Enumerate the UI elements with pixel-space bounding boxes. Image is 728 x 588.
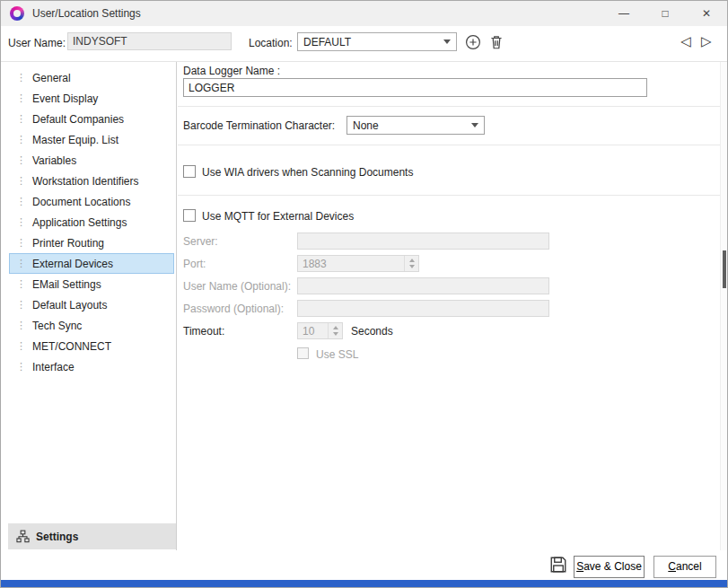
toolbar: User Name: Location: DEFAULT ◁ ▷	[1, 26, 727, 61]
settings-sidebar: ⋮General ⋮Event Display ⋮Default Compani…	[8, 62, 177, 550]
barcode-termination-label: Barcode Termination Character:	[183, 119, 335, 132]
timeout-spinner[interactable]: 10	[297, 322, 343, 339]
password-optional-label: Password (Optional):	[183, 303, 284, 315]
window-accent-strip	[1, 580, 727, 587]
spinner-arrows[interactable]	[404, 256, 418, 271]
data-logger-name-input[interactable]	[183, 78, 647, 97]
item-grip-icon: ⋮	[16, 113, 28, 125]
server-input[interactable]	[297, 233, 549, 250]
item-grip-icon: ⋮	[16, 175, 28, 187]
add-location-icon[interactable]	[465, 34, 481, 50]
item-grip-icon: ⋮	[16, 154, 28, 166]
item-grip-icon: ⋮	[16, 299, 28, 311]
previous-record-icon[interactable]: ◁	[680, 33, 691, 49]
cancel-button[interactable]: Cancel	[653, 556, 716, 578]
use-ssl-label: Use SSL	[316, 348, 358, 361]
port-spinner[interactable]: 1883	[297, 255, 419, 272]
spinner-arrows[interactable]	[328, 323, 342, 338]
barcode-termination-value: None	[353, 119, 379, 132]
minimize-button[interactable]: —	[603, 1, 645, 26]
item-grip-icon: ⋮	[16, 72, 28, 83]
data-logger-name-label: Data Logger Name :	[183, 65, 280, 77]
sidebar-item-interface[interactable]: ⋮Interface	[8, 356, 175, 377]
password-optional-input[interactable]	[297, 300, 549, 317]
window-title: User/Location Settings	[32, 7, 141, 20]
server-label: Server:	[183, 235, 218, 248]
wia-drivers-label: Use WIA drivers when Scanning Documents	[202, 166, 413, 179]
timeout-value: 10	[298, 323, 328, 338]
maximize-button[interactable]: □	[645, 1, 686, 26]
sidebar-footer-settings[interactable]: Settings	[8, 523, 176, 549]
item-grip-icon: ⋮	[16, 320, 28, 331]
footer-bar: Save & Close Cancel	[1, 550, 727, 581]
scrollbar[interactable]	[720, 62, 727, 550]
item-grip-icon: ⋮	[16, 237, 28, 249]
item-grip-icon: ⋮	[16, 134, 28, 145]
username-optional-label: User Name (Optional):	[183, 280, 291, 293]
username-optional-input[interactable]	[297, 277, 549, 294]
sidebar-item-master-equip-list[interactable]: ⋮Master Equip. List	[8, 129, 175, 150]
mqtt-label: Use MQTT for External Devices	[202, 210, 354, 223]
sidebar-item-application-settings[interactable]: ⋮Application Settings	[8, 212, 175, 233]
user-location-settings-window: User/Location Settings — □ ✕ User Name: …	[0, 0, 728, 588]
scrollbar-thumb[interactable]	[723, 250, 726, 288]
timeout-seconds-label: Seconds	[351, 325, 393, 338]
item-grip-icon: ⋮	[16, 216, 28, 228]
chevron-down-icon	[443, 39, 451, 44]
delete-location-icon[interactable]	[488, 34, 504, 50]
use-ssl-checkbox[interactable]	[297, 347, 309, 359]
sidebar-item-default-layouts[interactable]: ⋮Default Layouts	[8, 294, 175, 315]
app-logo-icon	[10, 6, 24, 21]
timeout-label: Timeout:	[183, 325, 224, 338]
sidebar-item-default-companies[interactable]: ⋮Default Companies	[8, 109, 175, 129]
sidebar-item-event-display[interactable]: ⋮Event Display	[8, 88, 175, 109]
sidebar-item-general[interactable]: ⋮General	[8, 67, 175, 88]
sitemap-icon	[16, 530, 30, 543]
close-button[interactable]: ✕	[686, 1, 727, 26]
sidebar-item-document-locations[interactable]: ⋮Document Locations	[8, 191, 175, 212]
sidebar-item-tech-sync[interactable]: ⋮Tech Sync	[8, 315, 175, 336]
mqtt-checkbox[interactable]	[183, 209, 196, 222]
divider	[178, 106, 720, 107]
barcode-termination-dropdown[interactable]: None	[346, 116, 485, 135]
location-dropdown[interactable]: DEFAULT	[297, 32, 457, 51]
external-devices-panel: Data Logger Name : Barcode Termination C…	[178, 62, 720, 550]
sidebar-item-met-connect[interactable]: ⋮MET/CONNECT	[8, 336, 175, 356]
location-value: DEFAULT	[303, 36, 351, 48]
window-controls: — □ ✕	[603, 1, 727, 26]
item-grip-icon: ⋮	[16, 278, 28, 290]
divider	[178, 145, 720, 145]
item-grip-icon: ⋮	[16, 258, 28, 269]
sidebar-item-email-settings[interactable]: ⋮EMail Settings	[8, 274, 175, 294]
spin-down-icon[interactable]	[409, 265, 415, 268]
port-label: Port:	[183, 258, 206, 270]
spin-up-icon[interactable]	[333, 326, 338, 329]
port-value: 1883	[298, 256, 404, 271]
main-region: ⋮General ⋮Event Display ⋮Default Compani…	[1, 61, 727, 551]
divider	[178, 195, 720, 196]
user-name-field[interactable]	[67, 32, 232, 50]
item-grip-icon: ⋮	[16, 196, 28, 207]
spin-down-icon[interactable]	[333, 332, 338, 336]
chevron-down-icon	[471, 123, 478, 127]
sidebar-item-external-devices[interactable]: ⋮External Devices	[9, 253, 174, 274]
item-grip-icon: ⋮	[16, 340, 28, 352]
location-label: Location:	[249, 37, 293, 49]
save-button[interactable]	[548, 556, 568, 575]
save-and-close-button[interactable]: Save & Close	[574, 556, 645, 578]
floppy-disk-icon	[549, 556, 567, 574]
wia-drivers-checkbox[interactable]	[183, 165, 196, 178]
titlebar[interactable]: User/Location Settings — □ ✕	[1, 1, 727, 26]
item-grip-icon: ⋮	[16, 361, 28, 373]
user-name-label: User Name:	[8, 37, 66, 49]
next-record-icon[interactable]: ▷	[701, 33, 712, 49]
settings-footer-label: Settings	[36, 531, 78, 543]
spin-up-icon[interactable]	[409, 259, 415, 262]
sidebar-item-variables[interactable]: ⋮Variables	[8, 150, 175, 171]
item-grip-icon: ⋮	[16, 92, 28, 104]
sidebar-item-workstation-identifiers[interactable]: ⋮Workstation Identifiers	[8, 171, 175, 191]
sidebar-item-printer-routing[interactable]: ⋮Printer Routing	[8, 233, 175, 253]
sidebar-list: ⋮General ⋮Event Display ⋮Default Compani…	[8, 67, 175, 377]
